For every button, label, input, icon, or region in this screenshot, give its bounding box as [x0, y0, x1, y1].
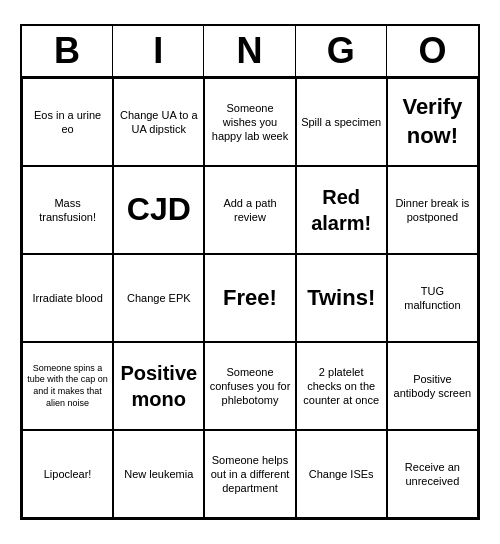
bingo-cell: Dinner break is postponed	[387, 166, 478, 254]
bingo-letter: I	[113, 26, 204, 76]
bingo-grid: Eos in a urine eoChange UA to a UA dipst…	[22, 78, 478, 518]
bingo-header: BINGO	[22, 26, 478, 78]
bingo-cell: 2 platelet checks on the counter at once	[296, 342, 387, 430]
bingo-letter: O	[387, 26, 478, 76]
bingo-cell: Mass transfusion!	[22, 166, 113, 254]
bingo-cell: Red alarm!	[296, 166, 387, 254]
bingo-cell: Lipoclear!	[22, 430, 113, 518]
bingo-cell: Someone wishes you happy lab week	[204, 78, 295, 166]
bingo-cell: Change UA to a UA dipstick	[113, 78, 204, 166]
bingo-cell: Someone confuses you for phlebotomy	[204, 342, 295, 430]
bingo-letter: G	[296, 26, 387, 76]
bingo-cell: Add a path review	[204, 166, 295, 254]
bingo-cell: TUG malfunction	[387, 254, 478, 342]
bingo-cell: CJD	[113, 166, 204, 254]
bingo-cell: Eos in a urine eo	[22, 78, 113, 166]
bingo-cell: Verify now!	[387, 78, 478, 166]
bingo-cell: Someone helps out in a different departm…	[204, 430, 295, 518]
bingo-cell: Positive mono	[113, 342, 204, 430]
bingo-cell: Someone spins a tube with the cap on and…	[22, 342, 113, 430]
bingo-cell: Change ISEs	[296, 430, 387, 518]
bingo-cell: Free!	[204, 254, 295, 342]
bingo-cell: Positive antibody screen	[387, 342, 478, 430]
bingo-cell: Change EPK	[113, 254, 204, 342]
bingo-letter: B	[22, 26, 113, 76]
bingo-cell: Twins!	[296, 254, 387, 342]
bingo-cell: Receive an unreceived	[387, 430, 478, 518]
bingo-card: BINGO Eos in a urine eoChange UA to a UA…	[20, 24, 480, 520]
bingo-letter: N	[204, 26, 295, 76]
bingo-cell: Spill a specimen	[296, 78, 387, 166]
bingo-cell: Irradiate blood	[22, 254, 113, 342]
bingo-cell: New leukemia	[113, 430, 204, 518]
